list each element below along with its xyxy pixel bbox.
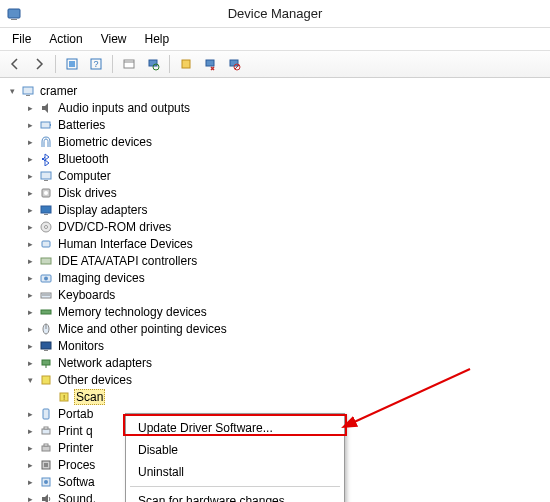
menu-help[interactable]: Help: [137, 30, 178, 48]
toolbar-separator: [112, 55, 113, 73]
expand-icon[interactable]: ▸: [24, 153, 36, 165]
context-menu: Update Driver Software... Disable Uninst…: [125, 413, 345, 502]
expand-icon[interactable]: ▸: [24, 476, 36, 488]
tree-node[interactable]: ▸Computer: [24, 167, 546, 184]
expand-icon[interactable]: ▸: [24, 425, 36, 437]
expand-icon[interactable]: ▸: [24, 119, 36, 131]
svg-rect-20: [44, 180, 48, 181]
expand-icon[interactable]: ▸: [24, 442, 36, 454]
tree-node-label: Imaging devices: [56, 271, 147, 285]
svg-rect-11: [206, 60, 214, 66]
uninstall-button[interactable]: [199, 53, 221, 75]
expand-icon[interactable]: ▸: [24, 238, 36, 250]
context-menu-disable[interactable]: Disable: [128, 439, 342, 461]
back-button[interactable]: [4, 53, 26, 75]
context-menu-update-driver[interactable]: Update Driver Software...: [128, 417, 342, 439]
tree-node[interactable]: ▸Display adapters: [24, 201, 546, 218]
tree-root[interactable]: ▾ cramer: [6, 82, 546, 99]
expand-icon[interactable]: ▸: [24, 221, 36, 233]
expand-icon[interactable]: ▸: [24, 272, 36, 284]
expand-icon[interactable]: ▸: [24, 289, 36, 301]
proc-icon: [38, 457, 54, 473]
other-icon: [38, 372, 54, 388]
tree-node[interactable]: ▸Imaging devices: [24, 269, 546, 286]
ide-icon: [38, 253, 54, 269]
collapse-icon[interactable]: ▾: [24, 374, 36, 386]
toolbar: ?: [0, 50, 550, 78]
tree-node[interactable]: ▸Human Interface Devices: [24, 235, 546, 252]
expand-icon[interactable]: ▸: [24, 170, 36, 182]
printer-icon: [38, 440, 54, 456]
context-menu-scan-hardware[interactable]: Scan for hardware changes: [128, 490, 342, 502]
tree-node[interactable]: ▸Disk drives: [24, 184, 546, 201]
collapse-icon[interactable]: ▾: [6, 85, 18, 97]
tree-node[interactable]: ▸Keyboards: [24, 286, 546, 303]
tree-node-label: Human Interface Devices: [56, 237, 195, 251]
expand-icon[interactable]: ▸: [24, 102, 36, 114]
properties-button[interactable]: [118, 53, 140, 75]
menu-view[interactable]: View: [93, 30, 135, 48]
keyboard-icon: [38, 287, 54, 303]
tree-node-label: Softwa: [56, 475, 97, 489]
tree-node-label: IDE ATA/ATAPI controllers: [56, 254, 199, 268]
tree-node[interactable]: ▸DVD/CD-ROM drives: [24, 218, 546, 235]
expand-icon[interactable]: ▸: [24, 459, 36, 471]
tree-node[interactable]: ▸IDE ATA/ATAPI controllers: [24, 252, 546, 269]
bt-icon: [38, 151, 54, 167]
memory-icon: [38, 304, 54, 320]
tree-node-label: Printer: [56, 441, 95, 455]
tree-node[interactable]: ▸Mice and other pointing devices: [24, 320, 546, 337]
tree-node[interactable]: ▸Network adapters: [24, 354, 546, 371]
svg-text:!: !: [63, 393, 65, 402]
menu-file[interactable]: File: [4, 30, 39, 48]
tree-node-label: Computer: [56, 169, 113, 183]
expand-icon[interactable]: ▸: [24, 306, 36, 318]
audio-icon: [38, 100, 54, 116]
tree-node[interactable]: ▸Monitors: [24, 337, 546, 354]
forward-button[interactable]: [28, 53, 50, 75]
disk-icon: [38, 185, 54, 201]
svg-rect-10: [182, 60, 190, 68]
expand-icon[interactable]: ▸: [24, 357, 36, 369]
finger-icon: [38, 134, 54, 150]
tree-node-label: Keyboards: [56, 288, 117, 302]
tree-node[interactable]: ▸Batteries: [24, 116, 546, 133]
update-driver-button[interactable]: [175, 53, 197, 75]
expand-icon[interactable]: ▸: [24, 408, 36, 420]
tree-node[interactable]: ▾Other devices: [24, 371, 546, 388]
svg-point-26: [45, 225, 48, 228]
warning-icon: !: [56, 389, 72, 405]
expand-icon[interactable]: ▸: [24, 255, 36, 267]
svg-rect-46: [42, 446, 50, 451]
tree-node[interactable]: ▸Memory technology devices: [24, 303, 546, 320]
svg-rect-45: [44, 427, 48, 429]
tree-node[interactable]: ▸!Scan: [42, 388, 546, 405]
tree-node[interactable]: ▸Audio inputs and outputs: [24, 99, 546, 116]
svg-rect-0: [8, 9, 20, 18]
hid-icon: [38, 236, 54, 252]
tree-node[interactable]: ▸Biometric devices: [24, 133, 546, 150]
tree-root-label: cramer: [38, 84, 79, 98]
tree-node[interactable]: ▸Bluetooth: [24, 150, 546, 167]
expand-icon[interactable]: ▸: [24, 323, 36, 335]
show-hidden-button[interactable]: [61, 53, 83, 75]
tree-node-label: Bluetooth: [56, 152, 111, 166]
battery-icon: [38, 117, 54, 133]
expand-icon[interactable]: ▸: [24, 493, 36, 503]
help-topics-button[interactable]: ?: [85, 53, 107, 75]
app-icon: [6, 6, 22, 22]
svg-rect-18: [50, 124, 51, 126]
menu-action[interactable]: Action: [41, 30, 90, 48]
expand-icon[interactable]: ▸: [24, 136, 36, 148]
scan-hardware-button[interactable]: [142, 53, 164, 75]
svg-rect-36: [41, 342, 51, 349]
expand-icon[interactable]: ▸: [24, 187, 36, 199]
expand-icon[interactable]: ▸: [24, 340, 36, 352]
tree-node-label: Batteries: [56, 118, 107, 132]
expand-icon[interactable]: ▸: [24, 204, 36, 216]
context-menu-uninstall[interactable]: Uninstall: [128, 461, 342, 483]
disable-button[interactable]: [223, 53, 245, 75]
svg-rect-8: [149, 60, 157, 66]
tree-node-label: Portab: [56, 407, 95, 421]
svg-point-22: [44, 191, 48, 195]
